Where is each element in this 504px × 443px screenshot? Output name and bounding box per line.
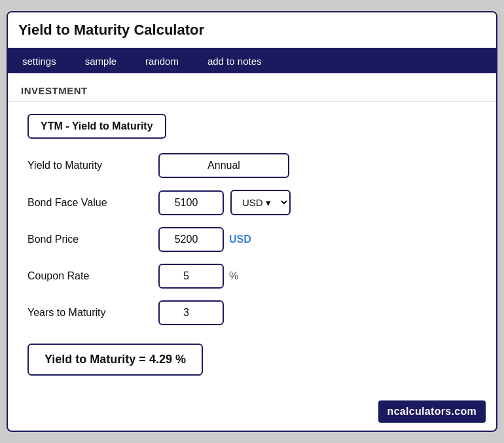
input-yield-to-maturity[interactable] <box>158 153 289 178</box>
label-coupon-rate: Coupon Rate <box>27 270 158 282</box>
result-value: 4.29 <box>149 353 172 366</box>
field-row-bond-price: Bond Price USD <box>27 227 477 252</box>
currency-dropdown[interactable]: USD ▾ EUR ▾ GBP ▾ JPY ▾ <box>230 190 291 215</box>
input-bond-price[interactable] <box>158 227 224 252</box>
field-row-bond-face-value: Bond Face Value USD ▾ EUR ▾ GBP ▾ JPY ▾ <box>27 190 477 215</box>
footer-row: ncalculators.com <box>8 395 496 431</box>
nav-random[interactable]: random <box>131 49 193 73</box>
nav-bar: settings sample random add to notes <box>8 49 496 73</box>
calc-type-selector[interactable]: YTM - Yield to Maturity <box>27 114 166 139</box>
section-label: INVESTMENT <box>8 73 496 102</box>
label-bond-price: Bond Price <box>27 234 158 245</box>
label-years-to-maturity: Years to Maturity <box>27 307 158 319</box>
input-years-to-maturity[interactable] <box>158 300 224 325</box>
field-row-coupon-rate: Coupon Rate % <box>27 264 477 289</box>
field-row-years-to-maturity: Years to Maturity <box>27 300 477 325</box>
nav-settings[interactable]: settings <box>8 49 71 73</box>
nav-sample[interactable]: sample <box>71 49 131 73</box>
field-row-ytm: Yield to Maturity <box>27 153 477 178</box>
content-area: YTM - Yield to Maturity Yield to Maturit… <box>8 102 496 395</box>
input-coupon-rate[interactable] <box>158 264 224 289</box>
nav-add-to-notes[interactable]: add to notes <box>193 49 276 73</box>
input-bond-face-value[interactable] <box>158 190 224 215</box>
label-yield-to-maturity: Yield to Maturity <box>27 160 158 171</box>
result-box: Yield to Maturity = 4.29 % <box>27 344 203 376</box>
bond-price-suffix: USD <box>229 234 251 245</box>
label-bond-face-value: Bond Face Value <box>27 197 158 209</box>
page-title: Yield to Maturity Calculator <box>18 22 204 38</box>
title-bar: Yield to Maturity Calculator <box>8 12 496 49</box>
result-equals: = <box>139 353 149 366</box>
coupon-rate-suffix: % <box>229 270 238 282</box>
calculator-container: Yield to Maturity Calculator settings sa… <box>7 11 497 432</box>
result-unit-symbol: % <box>175 353 186 366</box>
result-label: Yield to Maturity <box>45 353 135 366</box>
brand-badge: ncalculators.com <box>378 400 486 423</box>
